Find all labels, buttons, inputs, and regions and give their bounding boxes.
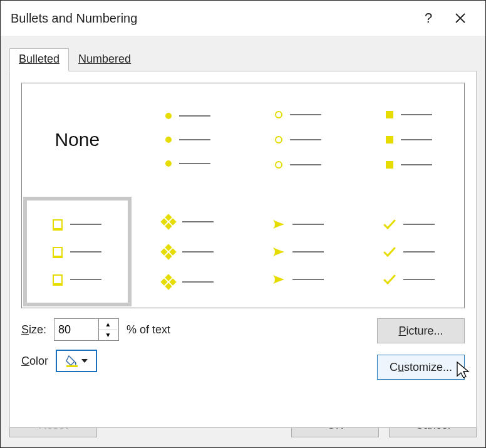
preview xyxy=(162,216,214,288)
tab-strip: Bulleted Numbered xyxy=(1,36,485,71)
tab-bulleted-label: Bulleted xyxy=(19,53,59,65)
checkmark-icon xyxy=(383,247,396,257)
four-diamonds-icon xyxy=(162,276,175,288)
filled-square-icon xyxy=(386,136,393,143)
titlebar: Bullets and Numbering ? xyxy=(1,1,485,36)
close-button[interactable] xyxy=(444,13,477,24)
filled-dot-icon xyxy=(165,137,172,143)
four-diamonds-icon xyxy=(162,216,175,228)
color-label: Color xyxy=(21,355,48,368)
spin-buttons: ▲ ▼ xyxy=(98,319,117,340)
filled-square-icon xyxy=(386,111,393,118)
checkmark-icon xyxy=(383,274,396,284)
dialog-title: Bullets and Numbering xyxy=(11,11,413,26)
color-picker-button[interactable] xyxy=(56,350,97,372)
pct-of-text-label: % of text xyxy=(127,323,170,336)
preview xyxy=(383,219,435,284)
arrow-icon xyxy=(272,274,285,284)
bullets-numbering-dialog: Bullets and Numbering ? Bulleted Numbere… xyxy=(0,0,486,448)
preview xyxy=(275,111,321,169)
bullet-option-four-diamonds[interactable] xyxy=(133,195,244,308)
bullet-option-hollow-square[interactable] xyxy=(22,195,133,308)
bullet-option-filled-square[interactable] xyxy=(354,83,465,195)
preview xyxy=(165,113,210,167)
tab-numbered-label: Numbered xyxy=(78,53,131,65)
bullet-style-grid: None xyxy=(21,83,465,308)
chevron-down-icon xyxy=(81,359,88,363)
filled-dot-icon xyxy=(165,160,172,167)
spin-down-button[interactable]: ▼ xyxy=(99,330,117,341)
none-label: None xyxy=(54,129,100,150)
filled-square-icon xyxy=(386,161,393,169)
picture-button[interactable]: Picture... xyxy=(377,318,465,343)
tab-panel: None xyxy=(9,71,477,428)
bullet-option-filled-dot[interactable] xyxy=(133,83,244,195)
bullet-option-hollow-circle[interactable] xyxy=(243,83,354,195)
bullet-option-arrow[interactable] xyxy=(243,195,354,308)
paint-bucket-icon xyxy=(65,354,79,368)
hollow-circle-icon xyxy=(275,161,282,169)
hollow-square-icon xyxy=(53,219,63,229)
dialog-body: Bulleted Numbered None xyxy=(1,36,485,447)
tab-numbered[interactable]: Numbered xyxy=(69,48,140,71)
bullet-option-checkmark[interactable] xyxy=(354,195,465,308)
filled-dot-icon xyxy=(165,113,172,119)
size-label: Size: xyxy=(21,323,46,336)
arrow-icon xyxy=(272,247,285,257)
size-input[interactable] xyxy=(54,319,98,340)
spin-up-button[interactable]: ▲ xyxy=(99,319,117,330)
size-spinbox[interactable]: ▲ ▼ xyxy=(54,318,119,341)
svg-rect-0 xyxy=(66,365,78,367)
preview xyxy=(386,111,432,169)
hollow-square-icon xyxy=(53,274,63,284)
hollow-circle-icon xyxy=(275,136,282,143)
help-button[interactable]: ? xyxy=(413,10,444,26)
arrow-icon xyxy=(272,219,285,229)
preview xyxy=(272,219,324,284)
checkmark-icon xyxy=(383,219,396,229)
preview xyxy=(53,219,101,284)
tab-bulleted[interactable]: Bulleted xyxy=(9,48,69,71)
four-diamonds-icon xyxy=(162,246,175,258)
hollow-circle-icon xyxy=(275,111,282,118)
right-buttons: Picture... Customize... xyxy=(377,318,465,380)
hollow-square-icon xyxy=(53,247,63,257)
customize-button[interactable]: Customize... xyxy=(377,355,465,380)
bullet-option-none[interactable]: None xyxy=(22,83,133,195)
